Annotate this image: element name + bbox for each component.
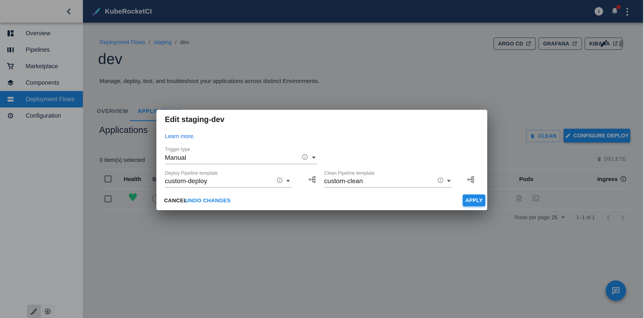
trigger-type-label: Trigger type xyxy=(165,147,190,152)
pipeline-diagram-icon[interactable] xyxy=(466,175,475,184)
scrollbar[interactable] xyxy=(643,0,644,318)
apply-button[interactable]: APPLY xyxy=(463,194,485,206)
app-screen: KubeRocketCI i Overview Pipelines xyxy=(0,0,644,318)
chevron-down-icon[interactable] xyxy=(447,180,451,182)
trigger-type-select[interactable]: Manual xyxy=(165,154,186,161)
deploy-template-label: Deploy Pipeline template xyxy=(165,170,218,176)
chevron-down-icon[interactable] xyxy=(312,157,316,159)
edit-stage-dialog: Edit staging-dev Learn more. Trigger typ… xyxy=(156,110,487,210)
field-info-icon[interactable] xyxy=(302,153,308,160)
field-info-icon[interactable] xyxy=(437,177,444,184)
learn-more-link[interactable]: Learn more. xyxy=(165,133,195,139)
field-underline xyxy=(165,164,317,164)
field-underline xyxy=(324,187,452,188)
dialog-title: Edit staging-dev xyxy=(165,115,224,124)
deploy-template-select[interactable]: custom-deploy xyxy=(165,177,207,185)
field-underline xyxy=(165,187,292,188)
chevron-down-icon[interactable] xyxy=(286,180,290,182)
undo-changes-button[interactable]: UNDO CHANGES xyxy=(185,196,230,205)
field-info-icon[interactable] xyxy=(276,177,283,184)
clean-template-select[interactable]: custom-clean xyxy=(324,177,363,185)
clean-template-label: Clean Pipeline template xyxy=(324,170,375,176)
cancel-button[interactable]: CANCEL xyxy=(164,196,187,205)
pipeline-diagram-icon[interactable] xyxy=(308,175,316,184)
